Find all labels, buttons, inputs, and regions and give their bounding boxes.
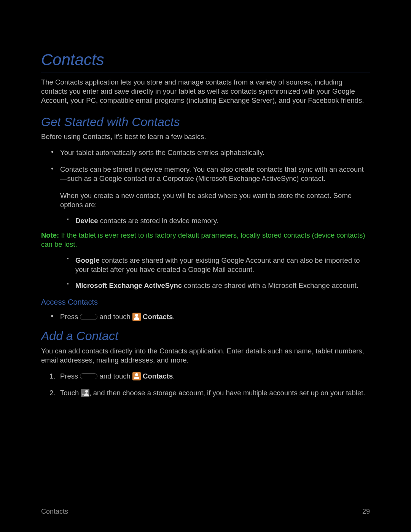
body-text: and touch [97,313,132,321]
bold-text: Google [75,256,100,264]
home-button-icon [80,373,97,379]
intro-paragraph: The Contacts application lets you store … [41,78,370,105]
add-contact-icon [81,389,89,397]
contacts-app-icon [132,313,141,321]
note-paragraph: Note: If the tablet is ever reset to its… [41,231,370,249]
page-title: Contacts [41,50,370,72]
list-item: Press and touch Contacts. [60,312,370,321]
access-list: Press and touch Contacts. [41,312,370,321]
bold-text: Contacts [141,372,173,380]
step-item: Press and touch Contacts. [60,372,370,381]
body-text: , and then choose a storage account, if … [89,389,365,397]
subheading-access-contacts: Access Contacts [41,297,370,307]
body-text: contacts are shared with your existing G… [75,256,360,273]
ordered-steps: Press and touch Contacts. Touch , and th… [41,372,370,398]
sub-paragraph: When you create a new contact, you will … [41,191,370,209]
body-text: . [173,313,175,321]
body-text: contacts are stored in device memory. [98,217,218,225]
list-item: Contacts can be stored in device memory.… [60,165,370,183]
section-heading-add-contact: Add a Contact [41,328,370,344]
note-label: Note: [41,231,59,239]
square-list: Google contacts are shared with your exi… [41,256,370,290]
list-item: Device contacts are stored in device mem… [75,216,370,225]
body-text: Touch [60,389,81,397]
list-item: Google contacts are shared with your exi… [75,256,370,274]
section-heading-get-started: Get Started with Contacts [41,114,370,130]
home-button-icon [80,314,97,320]
body-text: and touch [97,372,132,380]
bold-text: Device [75,217,98,225]
body-text: . [173,372,175,380]
body-text: contacts are shared with a Microsoft Exc… [182,281,358,289]
footer-section-name: Contacts [41,507,68,516]
bullet-list: Your tablet automatically sorts the Cont… [41,148,370,183]
footer-page-number: 29 [362,507,370,516]
body-text: Press [60,372,80,380]
contacts-app-icon [132,372,141,380]
square-list: Device contacts are stored in device mem… [41,216,370,225]
document-page: Contacts The Contacts application lets y… [0,0,411,532]
page-footer: Contacts 29 [41,507,370,516]
section-lead: Before using Contacts, it's best to lear… [41,132,370,141]
step-item: Touch , and then choose a storage accoun… [60,388,370,398]
list-item: Microsoft Exchange ActiveSync contacts a… [75,281,370,290]
body-text: Press [60,313,80,321]
bold-text: Contacts [141,313,173,321]
list-item: Your tablet automatically sorts the Cont… [60,148,370,157]
note-text: If the tablet is ever reset to its facto… [41,231,365,248]
section-lead: You can add contacts directly into the C… [41,347,370,365]
bold-text: Microsoft Exchange ActiveSync [75,281,182,289]
